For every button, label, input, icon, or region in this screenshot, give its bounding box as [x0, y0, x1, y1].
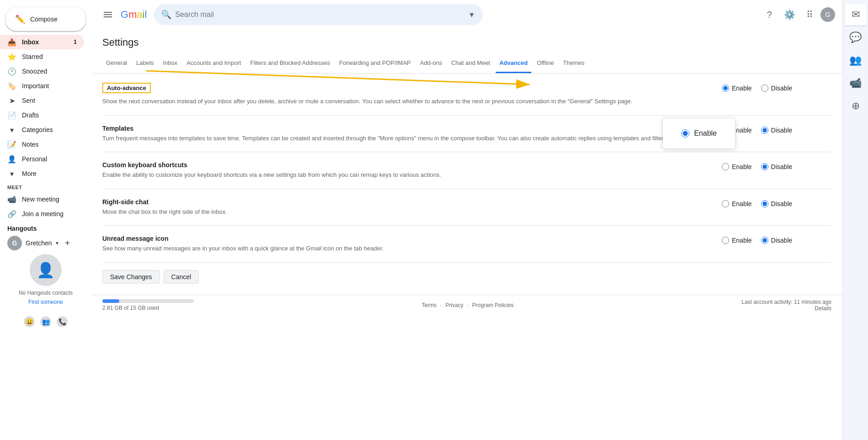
privacy-link[interactable]: Privacy: [445, 302, 463, 308]
custom-keyboard-disable-label: Disable: [771, 163, 793, 170]
unread-message-icon-enable-radio[interactable]: [722, 237, 729, 244]
tab-general[interactable]: General: [102, 54, 131, 73]
categories-icon: ▾: [7, 125, 16, 134]
hangouts-dropdown-icon[interactable]: ▾: [56, 240, 58, 246]
nav-inbox[interactable]: 📥 Inbox 1: [0, 35, 84, 49]
tab-panel-mail[interactable]: ✉: [845, 4, 867, 26]
search-options-button[interactable]: ▾: [468, 8, 476, 21]
compose-button[interactable]: ✏️ Compose: [5, 7, 86, 31]
right-side-chat-disable-radio[interactable]: [761, 200, 768, 207]
meet-section-label: Meet: [0, 181, 91, 192]
tab-inbox[interactable]: Inbox: [159, 54, 181, 73]
nav-personal[interactable]: 👤 Personal: [0, 152, 84, 166]
tab-panel-expand[interactable]: ⊕: [845, 95, 867, 117]
apps-button[interactable]: ⠿: [800, 5, 819, 24]
nav-notes[interactable]: 📝 Notes: [0, 137, 84, 152]
nav-new-meeting[interactable]: 📹 New meeting: [0, 192, 84, 207]
tab-themes[interactable]: Themes: [559, 54, 588, 73]
search-input[interactable]: [175, 11, 468, 19]
settings-button[interactable]: ⚙️: [780, 5, 799, 24]
right-side-chat-enable-radio[interactable]: [722, 200, 729, 207]
auto-advance-enable-radio[interactable]: [722, 85, 729, 92]
hangouts-add-button[interactable]: +: [62, 238, 73, 249]
auto-advance-disable-radio[interactable]: [761, 85, 768, 92]
right-side-chat-desc: Move the chat box to the right side of t…: [102, 207, 711, 217]
storage-bar-fill: [102, 299, 119, 303]
details-link[interactable]: Details: [815, 305, 831, 312]
find-someone-link[interactable]: Find someone: [28, 299, 63, 305]
nav-categories[interactable]: ▾ Categories: [0, 122, 84, 137]
custom-keyboard-desc: Enable the ability to customize your key…: [102, 170, 711, 180]
cancel-button[interactable]: Cancel: [164, 270, 199, 284]
hangouts-user-row: G Gretchen ▾ +: [7, 236, 84, 250]
nav-more[interactable]: ▾ More: [0, 166, 84, 181]
settings-body: Auto-advance Show the next conversation …: [91, 74, 842, 295]
custom-keyboard-name: Custom keyboard shortcuts: [102, 161, 711, 169]
categories-label: Categories: [22, 126, 77, 133]
tab-panel-spaces[interactable]: 👥: [845, 49, 867, 71]
tab-addons[interactable]: Add-ons: [416, 54, 445, 73]
program-policies-link[interactable]: Program Policies: [472, 302, 514, 308]
sidebar-icon-1[interactable]: 😀: [24, 316, 35, 327]
auto-advance-enable-option[interactable]: Enable: [722, 85, 752, 92]
tab-labels[interactable]: Labels: [132, 54, 157, 73]
hamburger-icon: [102, 9, 113, 20]
terms-link[interactable]: Terms: [422, 302, 437, 308]
save-changes-button[interactable]: Save Changes: [102, 270, 160, 284]
nav-sent[interactable]: ➤ Sent: [0, 93, 84, 108]
tab-advanced[interactable]: Advanced: [496, 54, 531, 73]
right-side-chat-info: Right-side chat Move the chat box to the…: [102, 198, 711, 217]
last-activity-text: Last account activity: 11 minutes ago: [741, 299, 831, 305]
topbar-right: ? ⚙️ ⠿ G: [760, 5, 835, 24]
nav-important[interactable]: 🏷️ Important: [0, 79, 84, 93]
tab-filters[interactable]: Filters and Blocked Addresses: [247, 54, 334, 73]
right-side-chat-disable-option[interactable]: Disable: [761, 200, 793, 207]
settings-content: Settings General Labels Inbox Accounts a…: [91, 29, 842, 440]
templates-enable-option[interactable]: Enable: [722, 127, 752, 134]
unread-message-icon-disable-radio[interactable]: [761, 237, 768, 244]
templates-row: Templates Turn frequent messages into te…: [102, 116, 831, 153]
unread-message-icon-disable-option[interactable]: Disable: [761, 237, 793, 244]
search-bar: 🔍 ▾: [154, 4, 483, 25]
snoozed-icon: 🕐: [7, 67, 16, 76]
custom-keyboard-enable-label: Enable: [732, 163, 752, 170]
templates-name: Templates: [102, 125, 711, 132]
sidebar-icon-2[interactable]: 👥: [40, 316, 51, 327]
tab-panel-meet[interactable]: 📹: [845, 72, 867, 94]
starred-icon: ⭐: [7, 52, 16, 61]
custom-keyboard-disable-radio[interactable]: [761, 163, 768, 170]
tab-offline[interactable]: Offline: [533, 54, 557, 73]
no-hangouts-avatar: 👤: [30, 254, 62, 286]
custom-keyboard-enable-option[interactable]: Enable: [722, 163, 752, 170]
right-side-chat-controls: Enable Disable: [722, 198, 831, 207]
unread-message-icon-enable-option[interactable]: Enable: [722, 237, 752, 244]
nav-join-meeting[interactable]: 🔗 Join a meeting: [0, 207, 84, 221]
custom-keyboard-enable-radio[interactable]: [722, 163, 729, 170]
tab-forwarding[interactable]: Forwarding and POP/IMAP: [335, 54, 414, 73]
templates-disable-radio[interactable]: [761, 127, 768, 134]
account-button[interactable]: G: [820, 7, 835, 22]
right-side-chat-enable-option[interactable]: Enable: [722, 200, 752, 207]
tab-accounts[interactable]: Accounts and Import: [183, 54, 244, 73]
gmail-logo: Gmail: [121, 9, 147, 21]
auto-advance-disable-option[interactable]: Disable: [761, 85, 793, 92]
custom-keyboard-disable-option[interactable]: Disable: [761, 163, 793, 170]
tab-chat[interactable]: Chat and Meet: [448, 54, 494, 73]
templates-enable-radio[interactable]: [722, 127, 729, 134]
footer: 2.81 GB of 15 GB used Terms · Privacy · …: [91, 295, 842, 315]
help-button[interactable]: ?: [760, 5, 778, 24]
nav-snoozed[interactable]: 🕐 Snoozed: [0, 64, 84, 79]
no-hangouts-container: 👤 No Hangouts contacts Find someone: [7, 254, 84, 305]
nav-drafts[interactable]: 📄 Drafts: [0, 108, 84, 122]
right-side-chat-name: Right-side chat: [102, 198, 711, 206]
hamburger-button[interactable]: [99, 5, 117, 24]
storage-bar-container: [102, 299, 194, 303]
tab-panel-chat[interactable]: 💬: [845, 27, 867, 48]
templates-disable-option[interactable]: Disable: [761, 127, 793, 134]
sidebar-icon-3[interactable]: 📞: [57, 316, 68, 327]
notes-icon: 📝: [7, 140, 16, 149]
search-icon: 🔍: [161, 10, 171, 20]
important-icon: 🏷️: [7, 81, 16, 90]
nav-starred[interactable]: ⭐ Starred: [0, 49, 84, 64]
drafts-icon: 📄: [7, 111, 16, 120]
